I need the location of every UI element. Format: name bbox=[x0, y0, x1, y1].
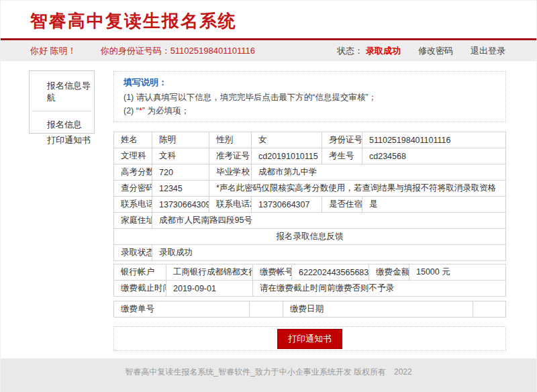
print-notice-button[interactable]: 打印通知书 bbox=[277, 329, 342, 349]
bank-account-value: 工商银行成都锦都支行 bbox=[166, 264, 253, 281]
admission-status-value: 录取成功 bbox=[152, 245, 506, 261]
candidate-no-value: cd234568 bbox=[362, 148, 506, 164]
address-value: 成都市人民南路四段95号 bbox=[152, 213, 506, 229]
copyright-text: 智睿高中复读生报名系统_智睿软件_致力于中小企事业系统开发 版权所有 2022 bbox=[125, 367, 411, 377]
pay-deadline-note: 请在缴费截止时间前缴费否则不予录 bbox=[253, 281, 506, 297]
table-row: 查分密码 12345 *声名此密码仅限核实高考分数使用，若查询结果与填报不符将取… bbox=[114, 181, 506, 197]
id-number-label: 你的身份证号码： bbox=[101, 46, 170, 56]
topbar-user-info: 你好 陈明！ 你的身份证号码：511025198401101116 bbox=[30, 45, 255, 57]
table-row: 姓名 陈明 性别 女 身份证号 511025198401101116 bbox=[114, 132, 506, 148]
payment-record-table: 缴费单号 缴费日期 bbox=[113, 301, 506, 317]
table-row: 缴费单号 缴费日期 bbox=[114, 301, 506, 317]
logout-link[interactable]: 退出登录 bbox=[471, 45, 505, 57]
topbar: 你好 陈明！ 你的身份证号码：511025198401101116 状态：录取成… bbox=[1, 40, 536, 61]
pay-account-value: 622202443565683 bbox=[292, 264, 369, 281]
table-row: 银行帐户 工商银行成都锦都支行 缴费帐号 622202443565683 缴费金… bbox=[114, 264, 506, 281]
sidebar-item-print-notice[interactable]: 打印通知书 bbox=[30, 132, 94, 148]
phone2-label: 联系电话2 bbox=[209, 197, 252, 213]
sidebar-item-registration-info[interactable]: 报名信息 bbox=[30, 117, 94, 132]
payment-info-table: 银行帐户 工商银行成都锦都支行 缴费帐号 622202443565683 缴费金… bbox=[113, 264, 506, 297]
topbar-actions: 状态：录取成功 修改密码 退出登录 bbox=[337, 45, 505, 57]
fill-instructions-line1: (1) 请认真填写以下信息，填完完毕后点击最下方的“信息提交审核”； bbox=[124, 91, 496, 104]
footer: 智睿高中复读生报名系统_智睿软件_致力于中小企事业系统开发 版权所有 2022 bbox=[1, 358, 536, 392]
gender-value: 女 bbox=[252, 132, 322, 148]
sidebar-title: 报名信息导航 bbox=[30, 71, 94, 104]
page: 智睿高中复读生报名系统 你好 陈明！ 你的身份证号码：5110251984011… bbox=[0, 0, 537, 392]
app-title: 智睿高中复读生报名系统 bbox=[30, 9, 237, 33]
table-row: 家庭住址 成都市人民南路四段95号 bbox=[114, 213, 506, 229]
school-value: 成都市第九中学 bbox=[252, 164, 506, 181]
score-pwd-label: 查分密码 bbox=[114, 181, 152, 197]
pay-date-value bbox=[473, 301, 506, 317]
pay-deadline-value: 2019-09-01 bbox=[166, 281, 253, 297]
phone1-label: 联系电话1 bbox=[114, 197, 152, 213]
print-button-box: 打印通知书 bbox=[113, 326, 506, 351]
id-number-text: 你的身份证号码：511025198401101116 bbox=[101, 45, 255, 57]
pay-amount-value: 15000 元 bbox=[409, 264, 506, 281]
table-row: 录取状态 录取成功 bbox=[114, 245, 506, 261]
sidebar-divider bbox=[32, 111, 92, 111]
score-label: 高考分数 bbox=[114, 164, 152, 181]
status-text: 状态：录取成功 bbox=[337, 45, 401, 57]
score-pwd-note: *声名此密码仅限核实高考分数使用，若查询结果与填报不符将取消录取资格 bbox=[209, 181, 506, 197]
fill-instructions-box: 填写说明： (1) 请认真填写以下信息，填完完毕后点击最下方的“信息提交审核”；… bbox=[113, 71, 506, 122]
pay-date-label: 缴费日期 bbox=[283, 301, 473, 317]
table-row: 报名录取信息反馈 bbox=[114, 229, 506, 245]
student-info-table: 姓名 陈明 性别 女 身份证号 511025198401101116 文理科 文… bbox=[113, 132, 506, 261]
name-label: 姓名 bbox=[114, 132, 152, 148]
gender-label: 性别 bbox=[209, 132, 252, 148]
candidate-no-label: 考生号 bbox=[322, 148, 362, 164]
school-label: 毕业学校 bbox=[209, 164, 252, 181]
exam-no-label: 准考证号 bbox=[209, 148, 252, 164]
pay-deadline-label: 缴费截止时间 bbox=[114, 281, 166, 297]
fill-instructions-title: 填写说明： bbox=[124, 77, 496, 89]
status-label: 状态： bbox=[337, 46, 363, 56]
lodging-label: 是否住宿 bbox=[322, 197, 362, 213]
id-number-value: 511025198401101116 bbox=[170, 46, 255, 56]
pay-order-label: 缴费单号 bbox=[114, 301, 250, 317]
phone1-value: 13730664309 bbox=[152, 197, 209, 213]
bank-account-label: 银行帐户 bbox=[114, 264, 166, 281]
admission-feedback-header: 报名录取信息反馈 bbox=[114, 229, 506, 245]
track-label: 文理科 bbox=[114, 148, 152, 164]
table-row: 缴费截止时间 2019-09-01 请在缴费截止时间前缴费否则不予录 bbox=[114, 281, 506, 297]
score-pwd-value: 12345 bbox=[152, 181, 209, 197]
idcard-value: 511025198401101116 bbox=[362, 132, 506, 148]
name-value: 陈明 bbox=[152, 132, 209, 148]
sidebar-nav: 报名信息导航 报名信息 打印通知书 bbox=[29, 70, 95, 134]
idcard-label: 身份证号 bbox=[322, 132, 362, 148]
pay-amount-label: 缴费金额 bbox=[369, 264, 409, 281]
pay-order-value bbox=[250, 301, 283, 317]
pay-account-label: 缴费帐号 bbox=[253, 264, 292, 281]
greeting-text: 你好 陈明！ bbox=[30, 45, 77, 57]
change-password-link[interactable]: 修改密码 bbox=[418, 45, 453, 57]
table-row: 文理科 文科 准考证号 cd20191010115 考生号 cd234568 bbox=[114, 148, 506, 164]
table-row: 联系电话1 13730664309 联系电话2 13730664307 是否住宿… bbox=[114, 197, 506, 213]
admission-status-label: 录取状态 bbox=[114, 245, 152, 261]
exam-no-value: cd20191010115 bbox=[252, 148, 322, 164]
main-content: 填写说明： (1) 请认真填写以下信息，填完完毕后点击最下方的“信息提交审核”；… bbox=[113, 71, 506, 351]
lodging-value: 是 bbox=[362, 197, 506, 213]
track-value: 文科 bbox=[152, 148, 209, 164]
address-label: 家庭住址 bbox=[114, 213, 152, 229]
table-row: 高考分数 720 毕业学校 成都市第九中学 bbox=[114, 164, 506, 181]
phone2-value: 13730664307 bbox=[252, 197, 322, 213]
score-value: 720 bbox=[152, 164, 209, 181]
status-value: 录取成功 bbox=[366, 46, 401, 56]
fill-instructions-line2: (2) “*” 为必填项； bbox=[124, 104, 496, 117]
